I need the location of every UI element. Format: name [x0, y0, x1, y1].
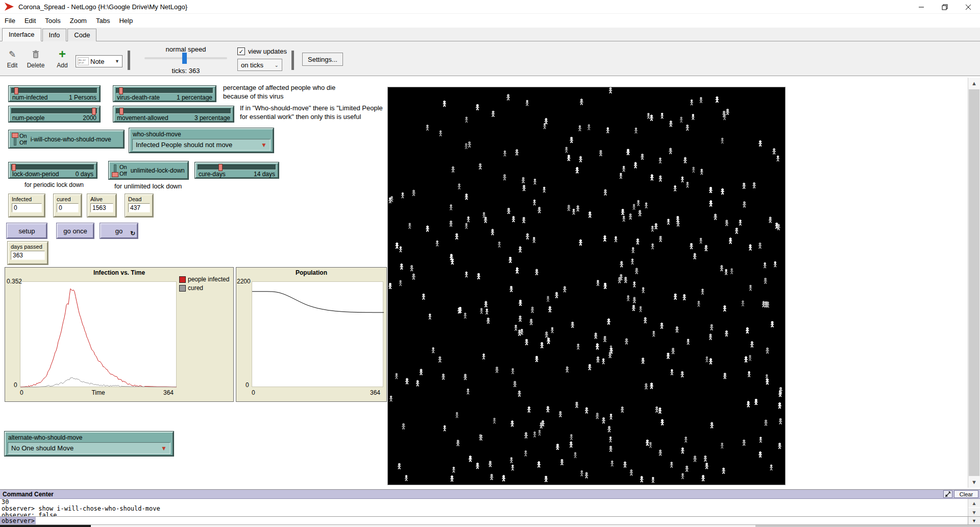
forever-icon: ↻ [130, 230, 135, 237]
command-center-header: Command Center Clear [0, 490, 980, 499]
view-updates-checkbox[interactable]: ✓ [237, 47, 245, 55]
chooser-who-should-move[interactable]: who-should-move Infected People should n… [129, 128, 274, 153]
add-button[interactable]: + Add [51, 44, 74, 73]
note-style-icon: Abc def ghi jkl [78, 57, 89, 65]
setup-button[interactable]: setup [7, 223, 47, 238]
scrollbar-thumb[interactable] [755, 525, 980, 527]
plot-population: Population 2200 0 0 364 [236, 267, 387, 402]
delete-button[interactable]: Delete [24, 44, 47, 73]
y-max-label: 0.352 [7, 278, 22, 285]
slider-track[interactable] [116, 88, 213, 93]
close-button[interactable] [957, 0, 980, 14]
expand-command-center-button[interactable] [943, 490, 952, 498]
netlogo-window: Corona_Spread - NetLogo {H:\Google Drive… [0, 0, 980, 527]
chooser-dropdown-icon: ▼ [161, 445, 167, 452]
scroll-down-icon[interactable]: ▼ [968, 508, 980, 516]
trash-icon [32, 49, 39, 60]
x-max-label: 364 [370, 389, 380, 396]
scroll-up-icon[interactable]: ▲ [968, 499, 980, 507]
observer-prompt: observer> [0, 517, 36, 524]
update-mode-dropdown[interactable]: on ticks ⌄ [237, 59, 282, 71]
note-death-rate: percentage of affected people who die be… [223, 83, 335, 101]
horizontal-scrollbar[interactable] [0, 524, 980, 527]
toolbar-separator [291, 51, 294, 70]
speed-slider[interactable] [144, 57, 227, 59]
scrollbar-thumb[interactable] [969, 89, 979, 476]
go-once-button[interactable]: go once [57, 223, 94, 238]
chevron-down-icon: ⌄ [275, 62, 282, 68]
slider-num-infected[interactable]: num-infected1 Persons [9, 86, 100, 102]
slider-lock-down-period[interactable]: lock-down-period0 days [9, 162, 97, 178]
interface-canvas: num-infected1 Persons virus-death-rate1 … [0, 76, 980, 489]
speed-slider-handle[interactable] [182, 53, 187, 64]
slider-handle[interactable] [119, 87, 123, 94]
switch-i-will-chose-who-should-move[interactable]: OnOff i-will-chose-who-should-move [9, 130, 124, 148]
widget-type-dropdown[interactable]: Abc def ghi jkl Note ▼ [76, 55, 122, 67]
monitor-days-passed: days passed 363 [8, 242, 48, 265]
slider-handle[interactable] [119, 108, 124, 115]
plus-icon: + [59, 49, 66, 60]
switch-unlimited-lock-down[interactable]: OnOff unlimited-lock-down [109, 161, 188, 179]
go-button[interactable]: go ↻ [100, 223, 138, 238]
restore-button[interactable] [933, 0, 957, 14]
scroll-down-icon[interactable]: ▼ [968, 476, 980, 488]
command-output: 30 observer> show i-will-chose-who-shoul… [0, 499, 968, 516]
slider-handle[interactable] [14, 87, 18, 94]
slider-handle[interactable] [92, 108, 96, 115]
minimize-button[interactable] [910, 0, 933, 14]
command-input-row: observer> ▼ [0, 516, 980, 524]
x-max-label: 364 [163, 389, 174, 396]
command-input[interactable] [36, 517, 968, 524]
switch-handle[interactable] [112, 172, 118, 177]
menu-bar: File Edit Tools Zoom Tabs Help [0, 14, 980, 28]
settings-button[interactable]: Settings... [302, 53, 343, 66]
menu-edit[interactable]: Edit [20, 15, 40, 27]
chooser-value-box[interactable]: Infected People should not move ▼ [132, 139, 271, 151]
switch-toggle[interactable] [12, 133, 18, 146]
interface-scrollbar[interactable]: ▲ ▼ [968, 78, 980, 488]
output-line: observer: false [2, 512, 968, 516]
menu-zoom[interactable]: Zoom [65, 15, 91, 27]
y-min-label: 0 [14, 381, 17, 389]
slider-handle[interactable] [12, 164, 16, 171]
monitor-cured: cured 0 [54, 194, 82, 217]
monitor-infected: Infected 0 [9, 194, 45, 217]
slider-track[interactable] [11, 88, 97, 93]
edit-button[interactable]: ✎ Edit [1, 44, 23, 73]
switch-toggle[interactable] [112, 164, 118, 177]
command-output-scrollbar[interactable]: ▲ ▼ [968, 499, 980, 516]
tab-info[interactable]: Info [42, 29, 67, 41]
tab-code[interactable]: Code [67, 29, 96, 41]
x-axis-label: Time [20, 389, 177, 396]
clear-button[interactable]: Clear [954, 490, 978, 498]
agent-type-dropdown[interactable]: ▼ [968, 517, 980, 524]
menu-tools[interactable]: Tools [40, 15, 65, 27]
menu-tabs[interactable]: Tabs [91, 15, 114, 27]
toolbar: ✎ Edit Delete + Add Abc def ghi jkl Note… [0, 41, 980, 76]
menu-file[interactable]: File [0, 15, 20, 27]
plot-legend: people infected cured [179, 276, 229, 293]
slider-num-people[interactable]: num-people2000 [9, 106, 100, 122]
slider-handle[interactable] [218, 164, 223, 171]
command-center: Command Center Clear 30 observer> show i… [0, 489, 980, 527]
monitor-alive: Alive 1563 [87, 194, 116, 217]
slider-cure-days[interactable]: cure-days14 days [195, 162, 279, 178]
scroll-up-icon[interactable]: ▲ [968, 78, 980, 89]
slider-track[interactable] [11, 108, 97, 114]
slider-track[interactable] [11, 164, 94, 170]
scrollbar-block [0, 525, 91, 527]
slider-virus-death-rate[interactable]: virus-death-rate1 percentage [113, 86, 216, 102]
slider-movement-allowed[interactable]: movement-allowed3 percentage [113, 106, 234, 122]
chooser-alternate-who-should-move[interactable]: alternate-who-should-move No One should … [5, 432, 174, 456]
slider-track[interactable] [198, 164, 276, 170]
chooser-value-box[interactable]: No One should Move ▼ [8, 442, 170, 454]
switch-handle[interactable] [12, 133, 18, 138]
ticks-counter: ticks: 363 [144, 67, 227, 75]
menu-help[interactable]: Help [114, 15, 137, 27]
tab-interface[interactable]: Interface [2, 28, 41, 41]
plot-area [252, 281, 383, 387]
slider-track[interactable] [116, 108, 231, 114]
title-bar: Corona_Spread - NetLogo {H:\Google Drive… [0, 0, 980, 14]
speed-slider-label: normal speed [144, 45, 227, 53]
monitor-dead: Dead 437 [125, 194, 153, 217]
